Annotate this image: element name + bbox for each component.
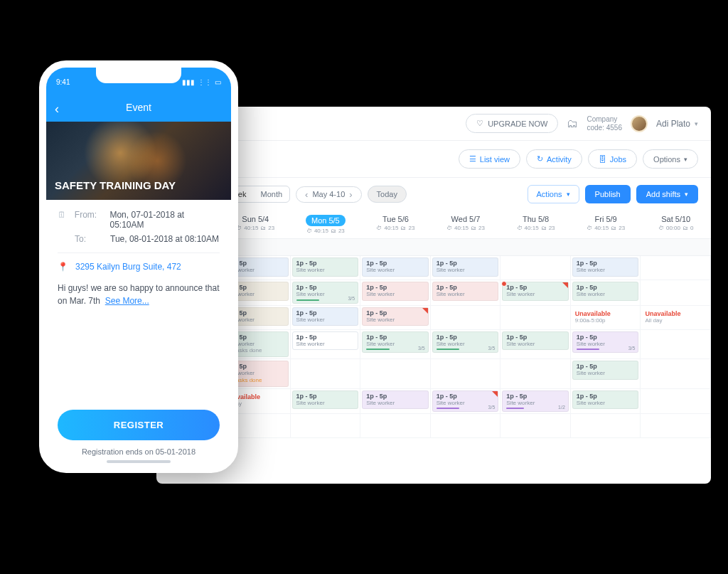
briefcase-icon: 🗄: [599, 155, 606, 164]
cell[interactable]: 1p - 5pSite worker: [360, 256, 431, 280]
cell[interactable]: [500, 414, 571, 438]
chevron-down-icon: ▾: [695, 120, 698, 127]
cell[interactable]: UnavailableAll day: [641, 306, 711, 330]
jobs-button[interactable]: 🗄Jobs: [588, 149, 637, 169]
cell[interactable]: 1p - 5pSite worker: [431, 280, 501, 306]
to-value: Tue, 08-01-2018 at 08:10AM: [110, 234, 219, 244]
event-body: 🗓 From: Mon, 07-01-2018 at 05:10AM To: T…: [46, 200, 231, 317]
cell[interactable]: [291, 414, 361, 438]
cell[interactable]: 1p - 5pSite worker: [500, 330, 571, 359]
cell[interactable]: 1p - 5pSite worker: [571, 359, 641, 388]
back-button[interactable]: ‹: [55, 102, 59, 117]
cell[interactable]: [360, 414, 431, 438]
battery-icon: ▭: [215, 78, 221, 86]
cell[interactable]: 1p - 5pSite worker3/5: [431, 389, 501, 415]
cell[interactable]: 1p - 5pSite worker: [291, 330, 361, 359]
schedule-app: ♡ UPGRADE NOW 🗂 Company code: 4556 Adi P…: [156, 107, 711, 484]
schedule-grid: by employees ▾ Sun 5/4⏱40:15🗂23 Mon 5/5⏱…: [156, 211, 711, 438]
register-button[interactable]: REGISTER: [58, 410, 220, 440]
calendar-icon: 🗓: [58, 210, 68, 230]
top-bar: ♡ UPGRADE NOW 🗂 Company code: 4556 Adi P…: [156, 107, 711, 141]
cell[interactable]: 1p - 5pSite worker3/5: [291, 280, 361, 306]
chevron-down-icon: ▾: [684, 156, 687, 163]
prev-arrow-icon[interactable]: ‹: [304, 189, 309, 200]
company-code: Company code: 4556: [587, 115, 622, 132]
header: Schedule ☰List view ↻Activity 🗄Jobs Opti…: [156, 141, 711, 178]
toggle-month[interactable]: Month: [253, 186, 289, 202]
cell[interactable]: [500, 306, 571, 330]
registration-note: Registration ends on 05-01-2018: [58, 447, 220, 456]
cell[interactable]: 1p - 5pSite worker1/2: [500, 389, 571, 415]
unavailable-block: UnavailableAll day: [642, 307, 709, 326]
phone-frame: 9:41 ▮▮▮ ⋮⋮ ▭ ‹ Event SAFETY TRAINING DA…: [39, 60, 238, 473]
col-header: Wed 5/7⏱40:15🗂23: [431, 211, 501, 239]
today-button[interactable]: Today: [368, 186, 407, 203]
cell[interactable]: [641, 330, 711, 359]
cell[interactable]: [431, 414, 501, 438]
address-link[interactable]: 📍 3295 Kailyn Burg Suite, 472: [58, 262, 220, 272]
cell[interactable]: [641, 389, 711, 415]
nav-title: Event: [126, 102, 151, 113]
cell[interactable]: 1p - 5pSite worker: [500, 280, 571, 306]
see-more-link[interactable]: See More...: [105, 296, 149, 306]
cell[interactable]: 1p - 5pSite worker: [571, 256, 641, 280]
wifi-icon: ⋮⋮: [198, 78, 212, 86]
cell[interactable]: [641, 256, 711, 280]
publish-button[interactable]: Publish: [585, 185, 631, 203]
options-button[interactable]: Options▾: [643, 149, 698, 169]
date-range-nav[interactable]: ‹ May 4-10 ›: [296, 186, 362, 203]
list-view-button[interactable]: ☰List view: [459, 149, 520, 169]
cell[interactable]: [431, 359, 501, 388]
cell[interactable]: 1p - 5pSite worker: [360, 306, 431, 330]
user-menu[interactable]: Adi Plato ▾: [656, 119, 698, 129]
activity-button[interactable]: ↻Activity: [526, 149, 582, 169]
cart-icon[interactable]: 🗂: [567, 117, 578, 130]
list-icon: ☰: [469, 154, 476, 164]
cell[interactable]: 1p - 5pSite worker: [360, 389, 431, 415]
cell[interactable]: 1p - 5pSite worker3/5: [360, 330, 431, 359]
cell[interactable]: 1p - 5pSite worker3/5: [431, 330, 501, 359]
pin-icon: 📍: [58, 262, 68, 272]
chevron-down-icon: ▾: [567, 191, 570, 198]
cell[interactable]: [641, 414, 711, 438]
cell[interactable]: 1p - 5pSite worker: [571, 280, 641, 306]
cell[interactable]: [641, 280, 711, 306]
cell[interactable]: 1p - 5pSite worker: [571, 389, 641, 415]
cell[interactable]: 1p - 5pSite worker: [291, 389, 361, 415]
col-header: Fri 5/9⏱40:15🗂23: [571, 211, 641, 239]
upgrade-button[interactable]: ♡ UPGRADE NOW: [466, 114, 558, 133]
col-header: Sat 5/10⏱00:00🗂0: [641, 211, 711, 239]
status-time: 9:41: [56, 78, 70, 86]
col-header: Thu 5/8⏱40:15🗂23: [500, 211, 571, 239]
cell[interactable]: [431, 306, 501, 330]
next-arrow-icon[interactable]: ›: [348, 189, 353, 200]
cell[interactable]: Unavailable9:00a-5:00p: [571, 306, 641, 330]
phone-notch: [96, 68, 181, 83]
cell[interactable]: [500, 256, 571, 280]
chevron-down-icon: ▾: [685, 191, 688, 198]
from-value: Mon, 07-01-2018 at 05:10AM: [109, 210, 220, 230]
cell[interactable]: 1p - 5pSite worker: [360, 280, 431, 306]
history-icon: ↻: [537, 154, 543, 164]
from-label: From:: [75, 210, 103, 230]
home-indicator: [107, 460, 171, 463]
cell[interactable]: [291, 359, 361, 388]
description: Hi guys! we are so happy to announce tha…: [58, 282, 220, 307]
col-header: Mon 5/5⏱40:15🗂23: [291, 211, 361, 239]
cell[interactable]: [571, 414, 641, 438]
cell[interactable]: [641, 359, 711, 388]
hero-image: SAFETY TRAINING DAY: [46, 122, 231, 200]
divider: [58, 253, 220, 253]
cell[interactable]: [500, 359, 571, 388]
cell[interactable]: 1p - 5pSite worker3/5: [571, 330, 641, 359]
cell[interactable]: 1p - 5pSite worker: [291, 256, 361, 280]
toolbar: Day Week Month ‹ May 4-10 › Today Action…: [156, 178, 711, 211]
actions-button[interactable]: Actions▾: [528, 185, 579, 203]
avatar[interactable]: [631, 115, 648, 132]
unavailable-block: Unavailable9:00a-5:00p: [572, 307, 639, 326]
cell[interactable]: 1p - 5pSite worker: [431, 256, 501, 280]
add-shifts-button[interactable]: Add shifts▾: [636, 185, 698, 203]
signal-icon: ▮▮▮: [182, 78, 195, 86]
cell[interactable]: 1p - 5pSite worker: [291, 306, 361, 330]
cell[interactable]: [360, 359, 431, 388]
